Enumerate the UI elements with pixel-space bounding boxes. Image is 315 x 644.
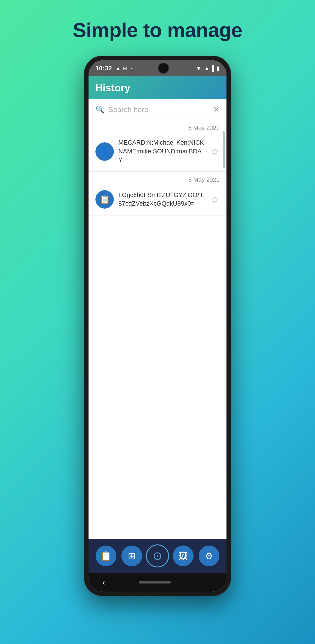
note-icon: 📋 xyxy=(99,194,110,204)
notification-icon-3: ··· xyxy=(129,65,133,71)
history-date-2: 5 May 2021 xyxy=(88,172,226,186)
search-icon: 🔍 xyxy=(96,105,104,114)
history-date-1: 8 May 2021 xyxy=(88,120,226,134)
phone-screen: 10:32 ▲ ⊞ ··· ▼ ▲▐ ▮ History 🔍 Search he… xyxy=(88,60,226,592)
list-item[interactable]: 👤 MECARD:N:Michael Ken;NICKNAME:mike;SOU… xyxy=(88,134,226,171)
history-section-2: 5 May 2021 📋 LGgc6h0FSmt2ZU1GYZjOO/ L87c… xyxy=(88,172,226,216)
status-icons: ▼ ▲▐ ▮ xyxy=(196,65,220,72)
item-content-1: MECARD:N:Michael Ken;NICKNAME:mike;SOUND… xyxy=(118,138,206,164)
nav-icon-history: 📋 xyxy=(96,546,116,566)
nav-item-qr[interactable]: ⊞ xyxy=(120,544,143,568)
list-item[interactable]: 📋 LGgc6h0FSmt2ZU1GYZjOO/ L87cqZVebzXcGQq… xyxy=(88,186,226,216)
gallery-nav-icon: 🖼 xyxy=(179,551,188,561)
qr-nav-icon: ⊞ xyxy=(128,550,136,561)
scrollbar[interactable] xyxy=(223,131,225,168)
nav-item-scanner[interactable]: ⊙ xyxy=(146,544,169,568)
wifi-icon: ▼ xyxy=(196,65,202,72)
search-clear-icon[interactable]: ✕ xyxy=(213,105,220,114)
history-scroll-area: 8 May 2021 👤 MECARD:N:Michael Ken;NICKNA… xyxy=(88,120,226,539)
history-list: 8 May 2021 👤 MECARD:N:Michael Ken;NICKNA… xyxy=(88,120,226,216)
nav-icon-settings: ⚙ xyxy=(199,546,219,566)
status-time: 10:32 xyxy=(96,65,112,72)
home-area: ‹ xyxy=(88,573,226,592)
settings-nav-icon: ⚙ xyxy=(205,550,213,561)
status-left: 10:32 ▲ ⊞ ··· xyxy=(96,65,134,72)
nav-icon-qr: ⊞ xyxy=(122,546,142,566)
item-content-2: LGgc6h0FSmt2ZU1GYZjOO/ L87cqZVebzXcGQqkU… xyxy=(118,191,206,208)
avatar-note: 📋 xyxy=(96,190,114,208)
history-section-1: 8 May 2021 👤 MECARD:N:Michael Ken;NICKNA… xyxy=(88,120,226,172)
avatar-person: 👤 xyxy=(96,142,114,161)
battery-icon: ▮ xyxy=(216,65,220,72)
search-input[interactable]: Search here xyxy=(108,105,213,114)
nav-icon-scanner: ⊙ xyxy=(146,544,169,568)
history-nav-icon: 📋 xyxy=(100,550,112,562)
search-bar[interactable]: 🔍 Search here ✕ xyxy=(88,99,226,120)
scanner-nav-icon: ⊙ xyxy=(153,549,162,562)
status-bar: 10:32 ▲ ⊞ ··· ▼ ▲▐ ▮ xyxy=(88,60,226,76)
notification-icon-1: ▲ xyxy=(116,65,121,71)
star-icon-2[interactable]: ☆ xyxy=(210,194,220,206)
page-title: Simple to manage xyxy=(73,18,242,42)
home-pill[interactable] xyxy=(139,581,171,584)
nav-item-gallery[interactable]: 🖼 xyxy=(172,544,195,568)
camera-cutout xyxy=(158,62,169,74)
app-bar: History xyxy=(88,76,226,99)
nav-item-history[interactable]: 📋 xyxy=(94,544,118,568)
person-icon: 👤 xyxy=(98,146,111,158)
nav-item-settings[interactable]: ⚙ xyxy=(198,544,220,568)
phone-frame: 10:32 ▲ ⊞ ··· ▼ ▲▐ ▮ History 🔍 Search he… xyxy=(84,56,231,596)
notification-icon-2: ⊞ xyxy=(123,65,127,71)
star-icon-1[interactable]: ☆ xyxy=(210,146,220,157)
app-bar-title: History xyxy=(96,82,130,94)
bottom-nav: 📋 ⊞ ⊙ 🖼 ⚙ xyxy=(88,539,226,573)
nav-icon-gallery: 🖼 xyxy=(173,546,194,566)
back-button[interactable]: ‹ xyxy=(102,578,105,587)
signal-icon: ▲▐ xyxy=(204,65,214,72)
